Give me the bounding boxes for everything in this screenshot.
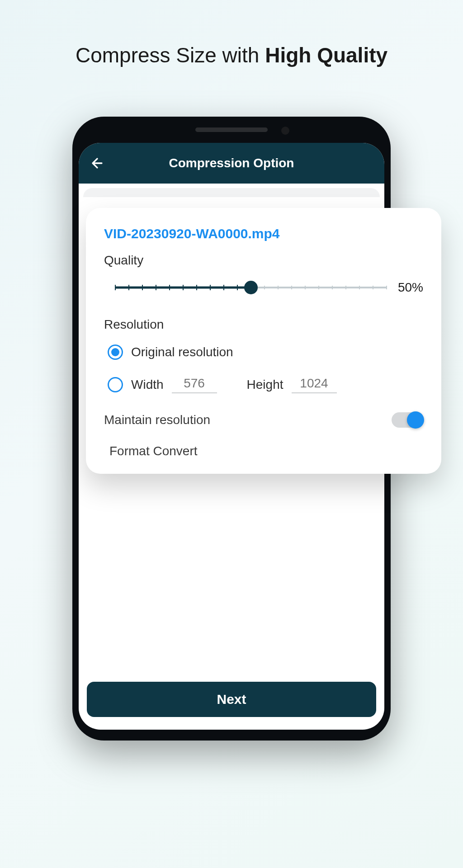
compression-options-card: VID-20230920-WA0000.mp4 Quality 50% Reso… [86, 208, 441, 474]
width-label: Width [131, 377, 164, 392]
phone-speaker [195, 127, 268, 132]
next-button-label: Next [217, 692, 246, 707]
app-title: Compression Option [79, 156, 384, 170]
headline-prefix: Compress Size with [76, 43, 265, 67]
format-convert-option[interactable]: Format Convert [109, 444, 423, 458]
back-button[interactable] [89, 155, 106, 172]
app-header: Compression Option [79, 143, 384, 184]
quality-slider[interactable] [115, 281, 387, 294]
maintain-resolution-row: Maintain resolution [104, 412, 423, 428]
quality-slider-row: 50% [104, 280, 423, 295]
resolution-label: Resolution [104, 317, 423, 332]
radio-custom-icon [108, 377, 123, 392]
width-input[interactable] [172, 376, 217, 393]
height-label: Height [247, 377, 283, 392]
headline-bold: High Quality [265, 43, 387, 67]
maintain-resolution-toggle[interactable] [392, 412, 423, 428]
phone-camera [281, 127, 289, 135]
slider-thumb[interactable] [244, 281, 258, 294]
next-button[interactable]: Next [87, 682, 376, 717]
quality-value: 50% [398, 280, 423, 295]
slider-fill [115, 287, 251, 289]
toggle-thumb [407, 411, 424, 429]
custom-resolution-option[interactable]: Width Height [108, 376, 423, 393]
quality-label: Quality [104, 253, 423, 268]
sheet-background [83, 188, 380, 197]
original-resolution-option[interactable]: Original resolution [108, 344, 423, 360]
radio-original-icon [108, 344, 123, 360]
filename-label: VID-20230920-WA0000.mp4 [104, 226, 423, 241]
original-resolution-label: Original resolution [131, 345, 233, 359]
maintain-resolution-label: Maintain resolution [104, 413, 210, 427]
marketing-headline: Compress Size with High Quality [0, 43, 463, 67]
back-arrow-icon [90, 156, 105, 171]
height-input[interactable] [292, 376, 337, 393]
